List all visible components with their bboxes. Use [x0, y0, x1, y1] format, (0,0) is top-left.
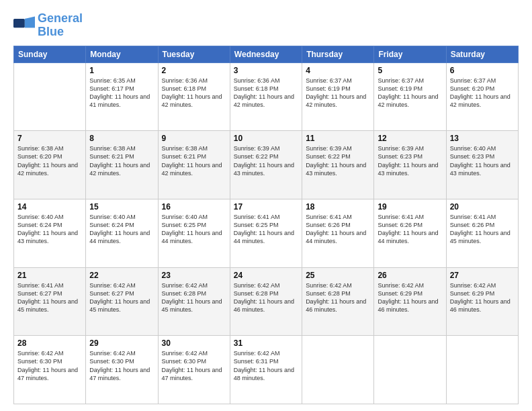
cell-content: Sunrise: 6:40 AMSunset: 6:25 PMDaylight:…: [162, 213, 226, 246]
cell-content: Sunrise: 6:37 AMSunset: 6:19 PMDaylight:…: [306, 77, 370, 109]
day-number: 27: [450, 271, 515, 280]
day-number: 6: [450, 66, 515, 75]
cell-content: Sunrise: 6:40 AMSunset: 6:24 PMDaylight:…: [89, 213, 154, 246]
calendar-cell: 9Sunrise: 6:38 AMSunset: 6:21 PMDaylight…: [158, 131, 230, 199]
cell-content: Sunrise: 6:40 AMSunset: 6:24 PMDaylight:…: [17, 213, 82, 246]
weekday-header-tuesday: Tuesday: [158, 46, 230, 62]
calendar-cell: [446, 336, 518, 404]
day-number: 7: [17, 134, 82, 143]
cell-content: Sunrise: 6:42 AMSunset: 6:29 PMDaylight:…: [450, 281, 515, 314]
day-number: 3: [234, 66, 298, 75]
day-number: 13: [450, 134, 515, 143]
calendar-cell: 31Sunrise: 6:42 AMSunset: 6:31 PMDayligh…: [230, 336, 302, 404]
cell-content: Sunrise: 6:37 AMSunset: 6:20 PMDaylight:…: [450, 77, 515, 109]
calendar-cell: 10Sunrise: 6:39 AMSunset: 6:22 PMDayligh…: [230, 131, 302, 199]
cell-content: Sunrise: 6:42 AMSunset: 6:28 PMDaylight:…: [234, 281, 298, 314]
cell-content: Sunrise: 6:39 AMSunset: 6:23 PMDaylight:…: [378, 144, 442, 177]
calendar-week-row: 28Sunrise: 6:42 AMSunset: 6:30 PMDayligh…: [14, 336, 519, 404]
calendar-cell: 24Sunrise: 6:42 AMSunset: 6:28 PMDayligh…: [230, 267, 302, 336]
calendar-cell: 1Sunrise: 6:35 AMSunset: 6:17 PMDaylight…: [86, 62, 158, 131]
weekday-header-sunday: Sunday: [14, 46, 86, 62]
calendar-cell: 4Sunrise: 6:37 AMSunset: 6:19 PMDaylight…: [302, 62, 374, 131]
cell-content: Sunrise: 6:42 AMSunset: 6:28 PMDaylight:…: [162, 281, 226, 314]
weekday-header-friday: Friday: [374, 46, 446, 62]
cell-content: Sunrise: 6:39 AMSunset: 6:22 PMDaylight:…: [306, 144, 370, 177]
calendar-header-row: SundayMondayTuesdayWednesdayThursdayFrid…: [14, 46, 519, 62]
day-number: 28: [17, 338, 82, 348]
day-number: 18: [306, 202, 370, 212]
day-number: 14: [17, 202, 82, 212]
generalblue-logo-icon: [13, 16, 35, 35]
day-number: 8: [89, 134, 154, 143]
cell-content: Sunrise: 6:41 AMSunset: 6:26 PMDaylight:…: [306, 213, 370, 246]
day-number: 2: [162, 66, 226, 75]
day-number: 5: [378, 66, 442, 75]
day-number: 12: [378, 134, 442, 143]
day-number: 25: [306, 271, 370, 280]
calendar-cell: [302, 336, 374, 404]
cell-content: Sunrise: 6:36 AMSunset: 6:18 PMDaylight:…: [162, 77, 226, 109]
day-number: 26: [378, 271, 442, 280]
cell-content: Sunrise: 6:35 AMSunset: 6:17 PMDaylight:…: [89, 77, 154, 109]
weekday-header-saturday: Saturday: [446, 46, 518, 62]
calendar-cell: 22Sunrise: 6:42 AMSunset: 6:27 PMDayligh…: [86, 267, 158, 336]
day-number: 22: [89, 271, 154, 280]
calendar-cell: 19Sunrise: 6:41 AMSunset: 6:26 PMDayligh…: [374, 199, 446, 267]
day-number: 23: [162, 271, 226, 280]
calendar-cell: 18Sunrise: 6:41 AMSunset: 6:26 PMDayligh…: [302, 199, 374, 267]
cell-content: Sunrise: 6:42 AMSunset: 6:30 PMDaylight:…: [89, 349, 154, 382]
svg-marker-1: [25, 19, 35, 28]
day-number: 9: [162, 134, 226, 143]
cell-content: Sunrise: 6:41 AMSunset: 6:27 PMDaylight:…: [17, 281, 82, 314]
weekday-header-monday: Monday: [86, 46, 158, 62]
weekday-header-thursday: Thursday: [302, 46, 374, 62]
cell-content: Sunrise: 6:38 AMSunset: 6:21 PMDaylight:…: [162, 144, 226, 177]
calendar-week-row: 7Sunrise: 6:38 AMSunset: 6:20 PMDaylight…: [14, 131, 519, 199]
cell-content: Sunrise: 6:37 AMSunset: 6:19 PMDaylight:…: [378, 77, 442, 109]
day-number: 30: [162, 338, 226, 348]
day-number: 1: [89, 66, 154, 75]
cell-content: Sunrise: 6:41 AMSunset: 6:25 PMDaylight:…: [234, 213, 298, 246]
header: General Blue: [13, 12, 519, 39]
calendar-cell: 27Sunrise: 6:42 AMSunset: 6:29 PMDayligh…: [446, 267, 518, 336]
day-number: 17: [234, 202, 298, 212]
calendar-cell: [374, 336, 446, 404]
calendar-week-row: 1Sunrise: 6:35 AMSunset: 6:17 PMDaylight…: [14, 62, 519, 131]
calendar-cell: 30Sunrise: 6:42 AMSunset: 6:30 PMDayligh…: [158, 336, 230, 404]
day-number: 19: [378, 202, 442, 212]
day-number: 11: [306, 134, 370, 143]
calendar-cell: 23Sunrise: 6:42 AMSunset: 6:28 PMDayligh…: [158, 267, 230, 336]
logo: General Blue: [13, 12, 83, 39]
calendar-week-row: 14Sunrise: 6:40 AMSunset: 6:24 PMDayligh…: [14, 199, 519, 267]
calendar-cell: 25Sunrise: 6:42 AMSunset: 6:28 PMDayligh…: [302, 267, 374, 336]
calendar-cell: 3Sunrise: 6:36 AMSunset: 6:18 PMDaylight…: [230, 62, 302, 131]
cell-content: Sunrise: 6:38 AMSunset: 6:20 PMDaylight:…: [17, 144, 82, 177]
calendar-cell: 7Sunrise: 6:38 AMSunset: 6:20 PMDaylight…: [14, 131, 86, 199]
calendar-table: SundayMondayTuesdayWednesdayThursdayFrid…: [13, 46, 519, 404]
day-number: 24: [234, 271, 298, 280]
day-number: 29: [89, 338, 154, 348]
day-number: 4: [306, 66, 370, 75]
svg-rect-0: [13, 19, 25, 28]
calendar-cell: 13Sunrise: 6:40 AMSunset: 6:23 PMDayligh…: [446, 131, 518, 199]
cell-content: Sunrise: 6:42 AMSunset: 6:27 PMDaylight:…: [89, 281, 154, 314]
calendar-cell: [14, 62, 86, 131]
cell-content: Sunrise: 6:42 AMSunset: 6:29 PMDaylight:…: [378, 281, 442, 314]
calendar-week-row: 21Sunrise: 6:41 AMSunset: 6:27 PMDayligh…: [14, 267, 519, 336]
day-number: 31: [234, 338, 298, 348]
weekday-header-wednesday: Wednesday: [230, 46, 302, 62]
calendar-cell: 26Sunrise: 6:42 AMSunset: 6:29 PMDayligh…: [374, 267, 446, 336]
cell-content: Sunrise: 6:38 AMSunset: 6:21 PMDaylight:…: [89, 144, 154, 177]
calendar-cell: 8Sunrise: 6:38 AMSunset: 6:21 PMDaylight…: [86, 131, 158, 199]
calendar-cell: 11Sunrise: 6:39 AMSunset: 6:22 PMDayligh…: [302, 131, 374, 199]
page: General Blue SundayMondayTuesdayWednesda…: [0, 0, 532, 411]
cell-content: Sunrise: 6:42 AMSunset: 6:30 PMDaylight:…: [162, 349, 226, 382]
cell-content: Sunrise: 6:42 AMSunset: 6:28 PMDaylight:…: [306, 281, 370, 314]
calendar-cell: 20Sunrise: 6:41 AMSunset: 6:26 PMDayligh…: [446, 199, 518, 267]
calendar-cell: 15Sunrise: 6:40 AMSunset: 6:24 PMDayligh…: [86, 199, 158, 267]
cell-content: Sunrise: 6:36 AMSunset: 6:18 PMDaylight:…: [234, 77, 298, 109]
cell-content: Sunrise: 6:42 AMSunset: 6:30 PMDaylight:…: [17, 349, 82, 382]
day-number: 20: [450, 202, 515, 212]
cell-content: Sunrise: 6:41 AMSunset: 6:26 PMDaylight:…: [378, 213, 442, 246]
calendar-cell: 21Sunrise: 6:41 AMSunset: 6:27 PMDayligh…: [14, 267, 86, 336]
